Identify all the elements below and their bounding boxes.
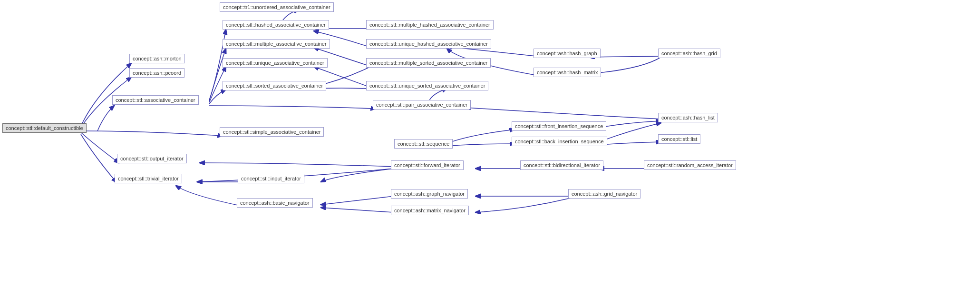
node-sequence[interactable]: concept::stl::sequence — [394, 139, 453, 149]
edge-forward-input — [321, 169, 394, 182]
edge-default-output — [81, 132, 119, 163]
node-output_iterator[interactable]: concept::stl::output_iterator — [117, 154, 187, 163]
node-stl_list[interactable]: concept::stl::list — [658, 134, 700, 144]
edge-default-simple — [81, 131, 223, 136]
node-back_insertion[interactable]: concept::stl::back_insertion_sequence — [512, 137, 607, 146]
node-simple_assoc[interactable]: concept::stl::simple_associative_contain… — [220, 127, 324, 137]
edge-default-assoc — [97, 106, 114, 131]
node-unique_sorted[interactable]: concept::stl::unique_sorted_associative_… — [366, 81, 488, 90]
edge-basic-trivial — [176, 186, 240, 206]
node-bidirectional_iterator[interactable]: concept::stl::bidirectional_iterator — [520, 160, 603, 170]
node-graph_navigator[interactable]: concept::ash::graph_navigator — [391, 189, 468, 199]
node-forward_iterator[interactable]: concept::stl::forward_iterator — [391, 160, 464, 170]
node-multiple_hashed[interactable]: concept::stl::multiple_hashed_associativ… — [366, 20, 494, 30]
node-front_insertion[interactable]: concept::stl::front_insertion_sequence — [512, 121, 606, 131]
node-pcoord[interactable]: concept::ash::pcoord — [129, 68, 184, 78]
edge-grid-matrix — [475, 198, 571, 212]
edge-default-morton — [81, 63, 131, 126]
node-random_access_iterator[interactable]: concept::stl::random_access_iterator — [644, 160, 736, 170]
node-basic_navigator[interactable]: concept::ash::basic_navigator — [237, 198, 313, 208]
edge-forward-output — [200, 163, 394, 167]
edge-default-trivial — [81, 134, 116, 182]
node-tr1_unordered[interactable]: concept::tr1::unordered_associative_cont… — [220, 2, 334, 12]
node-hashed_assoc[interactable]: concept::stl::hashed_associative_contain… — [223, 20, 329, 30]
node-multiple_assoc[interactable]: concept::stl::multiple_associative_conta… — [223, 39, 330, 49]
edge-assoc-sorted — [209, 90, 226, 104]
edge-seq-front — [442, 130, 514, 145]
node-associative_container[interactable]: concept::stl::associative_container — [112, 95, 199, 105]
node-unique_assoc[interactable]: concept::stl::unique_associative_contain… — [223, 58, 328, 68]
node-trivial_iterator[interactable]: concept::stl::trivial_iterator — [115, 174, 182, 183]
node-multiple_sorted[interactable]: concept::stl::multiple_sorted_associativ… — [366, 58, 491, 68]
edge-assoc-pair — [209, 106, 376, 109]
edge-graph-basic — [321, 196, 394, 205]
edge-hashlist-pair — [466, 108, 661, 119]
node-input_iterator[interactable]: concept::stl::input_iterator — [238, 174, 304, 183]
edge-matrix-basic — [321, 208, 394, 212]
node-unique_hashed[interactable]: concept::stl::unique_hashed_associative_… — [366, 39, 491, 49]
node-sorted_assoc[interactable]: concept::stl::sorted_associative_contain… — [223, 81, 326, 90]
node-morton[interactable]: concept::ash::morton — [129, 54, 185, 63]
node-default_constructible[interactable]: concept::stl::default_constructible — [2, 123, 87, 133]
edge-assoc-multiple — [209, 49, 226, 101]
node-grid_navigator[interactable]: concept::ash::grid_navigator — [568, 189, 640, 199]
node-hash_grid[interactable]: concept::ash::hash_grid — [658, 49, 720, 58]
node-hash_list[interactable]: concept::ash::hash_list — [658, 113, 718, 122]
node-matrix_navigator[interactable]: concept::ash::matrix_navigator — [391, 206, 469, 215]
node-pair_assoc[interactable]: concept::stl::pair_associative_container — [373, 100, 471, 110]
node-hash_graph[interactable]: concept::ash::hash_graph — [534, 49, 601, 58]
node-hash_matrix[interactable]: concept::ash::hash_matrix — [534, 68, 601, 77]
edge-seq-back — [442, 144, 514, 147]
